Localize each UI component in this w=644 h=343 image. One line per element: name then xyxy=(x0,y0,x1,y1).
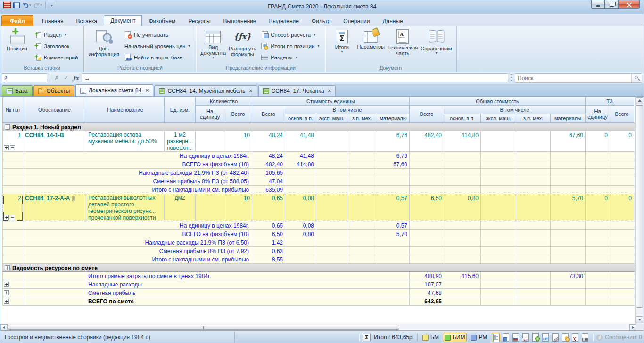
cell-num[interactable] xyxy=(3,221,23,229)
cell-tz-unit[interactable] xyxy=(586,280,610,288)
cell-cost-mat[interactable]: 5,70 xyxy=(377,230,410,238)
cell-cost-osn[interactable] xyxy=(285,169,316,177)
expand-icon[interactable]: + xyxy=(4,215,9,220)
cell-tz-total[interactable] xyxy=(610,230,634,238)
search-input[interactable] xyxy=(515,74,631,82)
cell-total-exp[interactable] xyxy=(481,297,516,305)
cell-tz-total[interactable] xyxy=(610,221,634,229)
sub-row[interactable]: ВСЕГО на физобъем (10)482,40414,8067,60 xyxy=(2,160,635,169)
sub-row-label[interactable]: Накладные расходы 21,9% ПЗ (от 482,40) xyxy=(23,169,252,177)
cell-tz-total[interactable] xyxy=(610,272,634,280)
cell-cost-total[interactable]: 8,55 xyxy=(252,255,285,263)
cell-total-zpm[interactable] xyxy=(516,289,551,297)
ribbon-tab-physvolume[interactable]: Физобъем xyxy=(142,16,182,26)
cell-total-zpm[interactable] xyxy=(516,230,551,238)
close-button[interactable] xyxy=(619,0,640,9)
cell-tz-unit[interactable] xyxy=(586,152,610,160)
cell-tz-total[interactable] xyxy=(610,289,634,297)
cell-tz-unit[interactable] xyxy=(586,186,610,194)
view-nr-doc-icon[interactable] xyxy=(541,333,550,342)
cell-cost-exp[interactable] xyxy=(316,169,347,177)
totals-button[interactable]: Итоги▾ xyxy=(328,28,355,65)
section-row[interactable]: +Ведомость ресурсов по смете xyxy=(2,264,635,272)
cell-name[interactable]: Реставрация остова музейной мебели: до 5… xyxy=(86,131,165,151)
cell-cost-mat[interactable]: 6,76 xyxy=(377,131,410,151)
cell-cost-exp[interactable] xyxy=(316,247,347,255)
sub-row[interactable]: ВСЕГО на физобъем (10)6,500,805,70 xyxy=(2,230,635,238)
item-row[interactable]: 2+−ССН84_17-2-А-АРеставрация выколотных … xyxy=(2,194,635,221)
skip-position-button[interactable]: Не учитывать xyxy=(123,30,192,40)
cell-cost-osn[interactable]: 0,80 xyxy=(285,230,316,238)
cell-tz-total[interactable] xyxy=(610,297,634,305)
cell-cost-mat[interactable] xyxy=(377,247,410,255)
cell-total-osn[interactable] xyxy=(444,297,481,305)
tab-close-icon[interactable]: × xyxy=(145,88,149,93)
cell-tz-unit[interactable] xyxy=(586,221,610,229)
cell-tz-total[interactable] xyxy=(610,280,634,288)
cell-num[interactable] xyxy=(3,272,23,280)
cell-cost-osn[interactable] xyxy=(285,247,316,255)
mode-toggle-rm[interactable]: РМ xyxy=(469,333,488,342)
cell-cost-zpm[interactable] xyxy=(347,221,377,229)
cell-tz-unit[interactable] xyxy=(586,238,610,246)
doc-tab-objects[interactable]: Объекты xyxy=(33,85,75,96)
collapse-icon[interactable]: − xyxy=(10,145,15,150)
summary-row-label[interactable]: ВСЕГО по смете xyxy=(86,297,410,305)
cell-cost-zpm[interactable] xyxy=(347,194,377,221)
cell-num[interactable] xyxy=(3,177,23,185)
cell-total-total[interactable] xyxy=(410,177,444,185)
cell-tz-total[interactable] xyxy=(610,169,634,177)
cell-num[interactable] xyxy=(3,152,23,160)
sub-row-label[interactable]: На единицу в ценах 1984г. xyxy=(23,152,252,160)
cell-basis[interactable] xyxy=(23,272,86,280)
cell-total-osn[interactable] xyxy=(444,186,481,194)
cell-cost-zpm[interactable] xyxy=(347,247,377,255)
expand-icon[interactable]: + xyxy=(4,145,9,150)
minimize-button[interactable] xyxy=(591,0,605,9)
position-totals-button[interactable]: Итоги по позиции▾ xyxy=(259,41,321,51)
cell-cost-total[interactable]: 635,09 xyxy=(252,186,285,194)
expand-formulas-button[interactable]: Развернуть формулы xyxy=(227,28,257,65)
cell-total-mat[interactable]: 73,30 xyxy=(551,272,586,280)
collapse-icon[interactable]: − xyxy=(5,124,10,130)
cell-cost-osn[interactable]: 0,08 xyxy=(285,194,316,221)
doc-tab-ssn84-14[interactable]: ССН84_14. Музейная мебель× xyxy=(154,85,257,96)
sub-row-label[interactable]: ВСЕГО на физобъем (10) xyxy=(23,230,252,238)
view-chart-doc-icon[interactable] xyxy=(571,333,579,342)
doc-view-button[interactable]: Вид документа▾ xyxy=(199,28,227,65)
cell-tz-total[interactable] xyxy=(610,160,634,168)
tab-close-icon[interactable]: × xyxy=(249,89,253,93)
cell-total-exp[interactable] xyxy=(481,247,516,255)
cell-total-zpm[interactable] xyxy=(516,255,551,263)
position-button[interactable]: Позиция xyxy=(3,28,31,65)
sub-row[interactable]: Сметная прибыль 8% ПЗ (от 7,92)0,63 xyxy=(2,247,635,255)
references-button[interactable]: Справочники▾ xyxy=(419,28,454,65)
cell-tz-total[interactable] xyxy=(610,186,634,194)
cell-cost-osn[interactable]: 414,80 xyxy=(285,160,316,168)
cell-num[interactable] xyxy=(3,247,23,255)
cell-total-zpm[interactable] xyxy=(516,194,551,221)
cell-tz-unit[interactable] xyxy=(586,160,610,168)
cell-total-mat[interactable] xyxy=(551,160,586,168)
ribbon-tab-resources[interactable]: Ресурсы xyxy=(182,16,216,26)
cell-total-zpm[interactable] xyxy=(516,221,551,229)
cell-total-mat[interactable] xyxy=(551,297,586,305)
search-button[interactable] xyxy=(631,74,642,82)
sub-row[interactable]: На единицу в ценах 1984г.0,650,080,57 xyxy=(2,221,635,230)
summary-row-label[interactable]: Итого прямые затраты по смете в ценах 19… xyxy=(86,272,410,280)
cell-num[interactable] xyxy=(3,238,23,246)
cell-cost-mat[interactable] xyxy=(377,186,410,194)
cell-total-exp[interactable] xyxy=(481,186,516,194)
cell-total-total[interactable] xyxy=(410,247,444,255)
cell-cost-exp[interactable] xyxy=(316,255,347,263)
view-ruler-doc-icon[interactable] xyxy=(581,333,589,342)
cell-total-exp[interactable] xyxy=(481,280,516,288)
sections-button[interactable]: Разделы▾ xyxy=(259,52,321,62)
cell-total-exp[interactable] xyxy=(481,177,516,185)
cell-total-mat[interactable]: 67,60 xyxy=(551,131,586,151)
cell-qty-unit[interactable] xyxy=(196,131,224,151)
cell-cost-zpm[interactable] xyxy=(347,131,377,151)
cell-cost-zpm[interactable] xyxy=(347,186,377,194)
cell-tz-unit[interactable] xyxy=(586,255,610,263)
cell-tz-unit[interactable] xyxy=(586,289,610,297)
